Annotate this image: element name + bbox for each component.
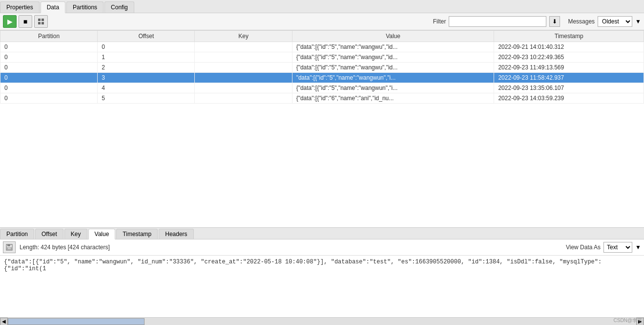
cell-offset: 0 (98, 42, 195, 52)
cell-key (195, 52, 292, 63)
cell-value: {"data":[{"id":"5","name":"wangwu","id..… (292, 63, 494, 73)
cell-key (195, 93, 292, 104)
cell-offset: 3 (98, 73, 195, 83)
tab-key[interactable]: Key (64, 229, 87, 239)
svg-rect-7 (8, 248, 11, 249)
table-row[interactable]: 02{"data":[{"id":"5","name":"wangwu","id… (0, 63, 644, 73)
content-text: {"data":[{"id":"5", "name":"wangwun", "i… (4, 259, 602, 272)
cell-timestamp: 2022-09-23 11:58:42.937 (494, 73, 644, 83)
bottom-toolbar: Length: 424 bytes [424 characters] View … (0, 239, 644, 256)
cell-key (195, 73, 292, 83)
save-icon (6, 244, 13, 251)
col-header-offset: Offset (98, 31, 195, 42)
tab-properties[interactable]: Properties (0, 1, 40, 13)
svg-rect-2 (38, 22, 41, 24)
cell-partition: 0 (0, 42, 98, 52)
scroll-arrow-left[interactable]: ◀ (0, 318, 8, 325)
cell-partition: 0 (0, 52, 98, 63)
data-table: Partition Offset Key Value Timestamp 00{… (0, 30, 644, 104)
table-row[interactable]: 04{"data":[{"id":"5","name":"wangwun","i… (0, 83, 644, 93)
cell-partition: 0 (0, 83, 98, 93)
view-data-section: View Data As Text JSON XML ▼ (566, 242, 641, 253)
col-header-partition: Partition (0, 31, 98, 42)
cell-offset: 1 (98, 52, 195, 63)
messages-dropdown-arrow[interactable]: ▼ (635, 18, 641, 25)
table-row[interactable]: 01{"data":[{"id":"5","name":"wangwu","id… (0, 52, 644, 63)
top-tabs: Properties Data Partitions Config (0, 0, 644, 13)
save-button[interactable] (3, 241, 16, 253)
play-button[interactable]: ▶ (3, 15, 17, 28)
tab-config[interactable]: Config (104, 1, 134, 13)
tab-timestamp[interactable]: Timestamp (116, 229, 158, 239)
filter-arrow-button[interactable]: ⬇ (549, 16, 560, 27)
bottom-tabs: Partition Offset Key Value Timestamp Hea… (0, 228, 644, 239)
cell-timestamp: 2022-09-23 14:03:59.239 (494, 93, 644, 104)
cell-timestamp: 2022-09-23 11:49:13.569 (494, 63, 644, 73)
tab-headers[interactable]: Headers (159, 229, 193, 239)
view-data-label: View Data As (566, 244, 601, 251)
table-row[interactable]: 03"data":[{"id":"5","name":"wangwun","i.… (0, 73, 644, 83)
cell-timestamp: 2022-09-23 13:35:06.107 (494, 83, 644, 93)
grid-icon (38, 18, 44, 25)
cell-value: {"data":[{"id":"5","name":"wangwu","id..… (292, 42, 494, 52)
cell-partition: 0 (0, 63, 98, 73)
table-header: Partition Offset Key Value Timestamp (0, 31, 644, 42)
cell-timestamp: 2022-09-21 14:01:40.312 (494, 42, 644, 52)
tab-data[interactable]: Data (41, 1, 65, 13)
main-area: Partition Offset Key Value Timestamp 00{… (0, 30, 644, 227)
svg-rect-5 (7, 244, 10, 246)
tab-partition[interactable]: Partition (0, 229, 34, 239)
watermark: CSDN@李平 (614, 317, 643, 324)
tab-value[interactable]: Value (88, 229, 116, 239)
svg-rect-3 (42, 22, 44, 24)
col-header-timestamp: Timestamp (494, 31, 644, 42)
stop-button[interactable]: ■ (19, 15, 32, 28)
col-header-key: Key (195, 31, 292, 42)
col-header-value: Value (292, 31, 494, 42)
table-body: 00{"data":[{"id":"5","name":"wangwu","id… (0, 42, 644, 104)
filter-section: Filter ⬇ Messages Oldest Newest ▼ (433, 16, 641, 27)
cell-timestamp: 2022-09-23 10:22:49.365 (494, 52, 644, 63)
cell-value: {"data":[{"id":"5","name":"wangwu","id..… (292, 52, 494, 63)
table-row[interactable]: 05{"data":[{"id":"6","name":"ani","id_nu… (0, 93, 644, 104)
cell-key (195, 63, 292, 73)
tab-partitions[interactable]: Partitions (66, 1, 104, 13)
cell-value: {"data":[{"id":"5","name":"wangwun","i..… (292, 83, 494, 93)
content-area: {"data":[{"id":"5", "name":"wangwun", "i… (0, 256, 644, 317)
bottom-scrollbar[interactable]: ◀ ▶ CSDN@李平 (0, 317, 644, 325)
scroll-thumb[interactable] (8, 318, 145, 325)
table-row[interactable]: 00{"data":[{"id":"5","name":"wangwu","id… (0, 42, 644, 52)
grid-button[interactable] (34, 15, 48, 28)
bottom-panel: Partition Offset Key Value Timestamp Hea… (0, 227, 644, 325)
cell-value: {"data":[{"id":"6","name":"ani","id_nu..… (292, 93, 494, 104)
tab-offset[interactable]: Offset (35, 229, 63, 239)
messages-label: Messages (568, 18, 595, 25)
cell-partition: 0 (0, 93, 98, 104)
cell-value: "data":[{"id":"5","name":"wangwun","i... (292, 73, 494, 83)
view-data-dropdown-arrow[interactable]: ▼ (635, 244, 641, 251)
table-scroll[interactable]: Partition Offset Key Value Timestamp 00{… (0, 30, 644, 227)
filter-label: Filter (433, 18, 446, 25)
svg-rect-0 (38, 19, 41, 21)
cell-key (195, 83, 292, 93)
cell-partition: 0 (0, 73, 98, 83)
cell-key (195, 42, 292, 52)
filter-input[interactable] (449, 16, 546, 27)
view-data-select[interactable]: Text JSON XML (603, 242, 632, 253)
length-info: Length: 424 bytes [424 characters] (20, 244, 110, 251)
svg-rect-1 (42, 19, 44, 21)
cell-offset: 2 (98, 63, 195, 73)
toolbar: ▶ ■ Filter ⬇ Messages Oldest Newest ▼ (0, 13, 644, 30)
messages-select[interactable]: Oldest Newest (598, 16, 632, 27)
scroll-track[interactable] (8, 318, 636, 325)
cell-offset: 5 (98, 93, 195, 104)
cell-offset: 4 (98, 83, 195, 93)
